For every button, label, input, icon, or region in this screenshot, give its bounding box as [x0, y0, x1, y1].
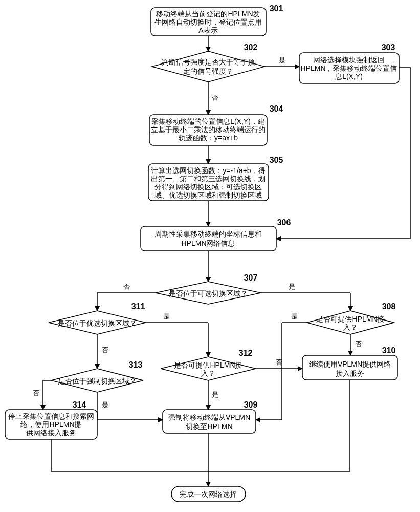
step-304-num: 304: [270, 104, 283, 113]
edge-308-no: 否: [355, 340, 362, 348]
edge-312-yes: 是: [212, 391, 218, 398]
step-312-l2: 入？: [201, 369, 215, 377]
step-301-l2: 生网络自动切换时，登记位置点用: [154, 18, 262, 26]
step-307-l1: 是否位于可选切换区域？: [169, 289, 248, 297]
step-305-l3: 分得到网络切换区域：可选切换区: [154, 183, 262, 191]
step-305-l1: 计算出选网切换函数：y=-1/a+b，得: [151, 166, 265, 175]
edge-302-yes: 是: [279, 56, 285, 64]
step-311-l1: 是否位于优选切换区域？: [58, 319, 137, 327]
step-312-l1: 是否可提供HPLMN接: [174, 361, 242, 369]
step-312-num: 312: [239, 349, 253, 357]
step-308-l2: 入？: [343, 323, 358, 331]
edge-311-no: 否: [102, 346, 108, 354]
step-306-l1: 周期性采集移动终端的坐标信息和: [154, 230, 262, 238]
edge-312-no: 否: [276, 358, 282, 366]
edge-307-no: 否: [123, 283, 130, 290]
step-301-l3: A表示: [198, 26, 217, 34]
step-308-l1: 是否可提供HPLMN接: [316, 315, 384, 323]
step-310-l1: 继续使用VPLMN提供网络: [309, 360, 391, 368]
edge-308-yes: 是: [291, 312, 298, 320]
edge-302-no: 否: [212, 94, 218, 101]
step-313-l1: 是否位于强制切换区域？: [58, 377, 137, 385]
step-304-l1: 采集移动终端的位置信息L(X,Y)，建: [151, 117, 265, 125]
step-302-num: 302: [244, 43, 258, 52]
step-302-l2: 定的信号强度？: [183, 67, 233, 75]
step-310-l2: 接入服务: [336, 369, 364, 377]
step-302-l1: 判断信号强度是否大于等于预: [162, 58, 255, 66]
step-304-l3: 轨迹函数：y=ax+b: [179, 134, 238, 142]
step-303-num: 303: [382, 43, 395, 52]
step-303-l1: 网络选择模块强制返回: [313, 56, 385, 64]
step-314-l1: 停止采集位置信息和搜索网: [8, 412, 94, 420]
step-313-num: 313: [129, 360, 143, 369]
step-303-l3: 息L(X,Y): [335, 72, 363, 80]
step-306-num: 306: [277, 218, 291, 227]
step-314-l3: 供网络接入服务: [26, 429, 76, 437]
step-303-l2: HPLMN，采集移动终端位置信: [300, 64, 397, 72]
step-309-num: 309: [244, 400, 258, 409]
step-306-l2: HPLMN网络信息: [181, 239, 235, 247]
edge-307-yes: 是: [289, 283, 295, 290]
edge-313-no: 否: [33, 389, 39, 397]
step-305-l2: 出第一、第二和第三选网切换线，划: [151, 175, 266, 183]
step-305-num: 305: [270, 156, 283, 164]
step-304-l2: 立基于最小二乘法的移动终端运行的: [151, 125, 266, 134]
step-314-l2: 络，使用HPLMN提: [20, 420, 81, 429]
step-301-l1: 移动终端从当前登记的HPLMN发: [156, 10, 260, 18]
step-311-num: 311: [131, 302, 145, 311]
step-314-num: 314: [73, 400, 86, 409]
step-309-l1: 强制将移动终端从VPLMN: [168, 413, 250, 421]
step-309-l2: 切换至HPLMN: [186, 422, 232, 431]
step-308-num: 308: [382, 302, 396, 311]
step-305-l4: 域、优选切换区域和强制切换区域: [154, 191, 262, 199]
edge-311-yes: 是: [163, 312, 170, 320]
step-307-num: 307: [244, 273, 258, 282]
end-label: 完成一次网络选择: [180, 490, 237, 498]
edge-313-yes: 是: [102, 401, 108, 409]
step-310-num: 310: [382, 346, 396, 355]
step-301-num: 301: [270, 4, 283, 13]
